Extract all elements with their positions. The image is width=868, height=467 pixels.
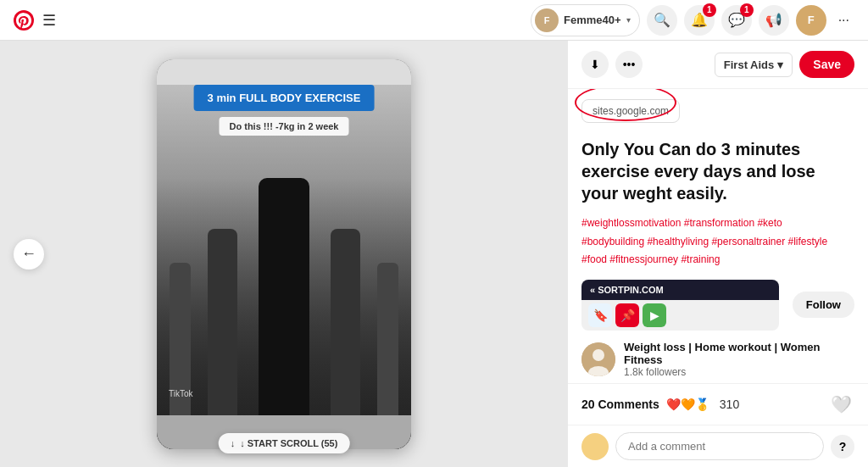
board-name: First Aids <box>724 58 774 71</box>
account-row: Weight loss | Home workout | Women Fitne… <box>581 341 854 378</box>
hamburger-menu[interactable]: ☰ <box>42 11 56 30</box>
top-nav: ☰ F Femme40+ ▾ 🔍 🔔 1 💬 1 📢 F ··· <box>0 0 868 41</box>
sortpin-icon-1[interactable]: 🔖 <box>588 303 612 327</box>
reaction-count: 310 <box>720 398 739 411</box>
url-text: sites.google.com <box>593 105 669 117</box>
account-avatar <box>581 342 615 376</box>
like-button[interactable]: 🤍 <box>827 391 854 418</box>
sortpin-icons: 🔖 📌 ▶ <box>581 300 779 331</box>
comment-input[interactable] <box>615 432 824 460</box>
download-icon: ⬇ <box>590 58 600 71</box>
nav-right: F Femme40+ ▾ 🔍 🔔 1 💬 1 📢 F ··· <box>531 4 854 36</box>
download-button[interactable]: ⬇ <box>581 51 609 78</box>
account-followers: 1.8k followers <box>624 366 854 378</box>
start-scroll-button[interactable]: ↓ ↓ START SCROLL (55) <box>219 433 350 453</box>
notifications-btn[interactable]: 🔔 1 <box>684 5 715 36</box>
board-selector[interactable]: First Aids ▾ <box>715 53 793 77</box>
video-subtitle-banner: Do this !!! -7kg in 2 week <box>220 117 349 136</box>
comment-input-row: ? <box>568 425 868 467</box>
account-name: Weight loss | Home workout | Women Fitne… <box>624 341 854 366</box>
video-container: 3 min FULL BODY EXERCISE Do this !!! -7k… <box>157 59 411 449</box>
svg-point-2 <box>593 349 604 361</box>
account-info: Weight loss | Home workout | Women Fitne… <box>624 341 854 378</box>
chevron-down-icon: ▾ <box>626 15 631 25</box>
sortpin-icon-2[interactable]: 📌 <box>615 303 639 327</box>
chat-badge: 1 <box>740 3 754 17</box>
left-panel: ← 3 min FULL BODY EXERCISE Do this !!! -… <box>0 41 568 467</box>
right-toolbar: ⬇ ••• First Aids ▾ Save <box>568 41 868 89</box>
url-tooltip[interactable]: sites.google.com <box>581 99 680 123</box>
current-user-avatar <box>581 433 609 460</box>
activity-btn[interactable]: 📢 <box>759 5 789 36</box>
user-avatar: F <box>535 8 559 32</box>
account-avatar-img <box>581 342 615 376</box>
scroll-btn-label: ↓ START SCROLL (55) <box>240 438 337 448</box>
board-chevron-icon: ▾ <box>777 58 783 71</box>
main-content: ← 3 min FULL BODY EXERCISE Do this !!! -… <box>0 41 868 467</box>
user-name: Femme40+ <box>564 14 621 26</box>
nav-left: ☰ <box>14 10 56 31</box>
sortpin-icon-3[interactable]: ▶ <box>643 303 666 327</box>
hashtags-text: #weightlossmotivation #transformation #k… <box>581 217 827 265</box>
sortpin-banner: « SORTPIN.COM <box>581 280 779 300</box>
sortpin-section: « SORTPIN.COM 🔖 📌 ▶ Follow <box>581 280 854 331</box>
video-title-banner: 3 min FULL BODY EXERCISE <box>194 85 375 111</box>
activity-icon: 📢 <box>765 12 782 28</box>
search-icon: 🔍 <box>654 12 670 28</box>
reaction-emojis: ❤️🧡🥇 <box>666 398 709 411</box>
pinterest-logo <box>14 10 34 31</box>
messages-btn[interactable]: 💬 1 <box>721 5 752 36</box>
search-btn[interactable]: 🔍 <box>647 5 677 36</box>
tiktok-label: TikTok <box>169 389 193 398</box>
notification-badge: 1 <box>703 3 716 17</box>
more-icon: ••• <box>623 58 636 71</box>
right-body: sites.google.com Only You Can do 3 minut… <box>568 89 868 383</box>
scroll-down-icon: ↓ <box>231 438 236 448</box>
pin-title: Only You Can do 3 minutes exercise every… <box>581 138 854 204</box>
save-button[interactable]: Save <box>799 51 854 78</box>
sortpin-label: « SORTPIN.COM <box>590 285 664 295</box>
comments-count: 20 Comments <box>581 398 659 411</box>
comment-help-button[interactable]: ? <box>831 435 854 459</box>
follow-button[interactable]: Follow <box>793 292 854 318</box>
hashtags: #weightlossmotivation #transformation #k… <box>581 214 854 270</box>
back-button[interactable]: ← <box>14 239 44 270</box>
user-pill[interactable]: F Femme40+ ▾ <box>531 4 640 36</box>
profile-avatar[interactable]: F <box>796 5 826 36</box>
right-panel: ⬇ ••• First Aids ▾ Save sites.google.com… <box>568 41 868 467</box>
more-options-button[interactable]: ••• <box>615 51 643 78</box>
video-background: 3 min FULL BODY EXERCISE Do this !!! -7k… <box>157 59 411 449</box>
footer-bar: 20 Comments ❤️🧡🥇 310 🤍 <box>568 383 868 425</box>
more-options-icon[interactable]: ··· <box>833 9 854 31</box>
